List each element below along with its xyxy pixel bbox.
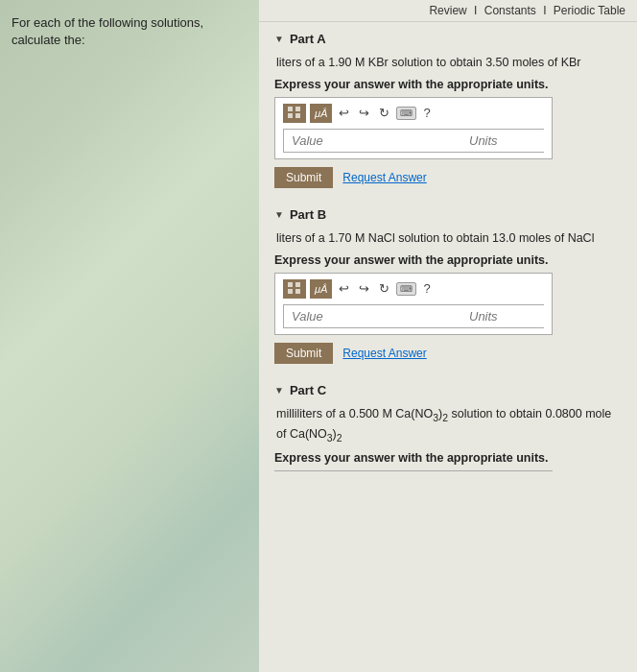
sep1: I [474,4,481,17]
part-b-arrow: ▼ [274,209,284,220]
part-a-button-row: Submit Request Answer [274,167,622,188]
part-b-request-answer-btn[interactable]: Request Answer [342,347,426,360]
part-a-description: liters of a 1.90 M KBr solution to obtai… [274,54,622,72]
review-link[interactable]: Review [429,4,466,17]
part-b-submit-btn[interactable]: Submit [274,343,333,364]
part-c-label: Part C [290,383,326,397]
part-b-toolbar: μÂ ↩ ↪ ↻ ⌨ ? [283,279,544,299]
instruction-text: For each of the following solutions, cal… [12,14,248,49]
part-a-submit-btn[interactable]: Submit [274,167,333,188]
part-a-header: ▼ Part A [274,32,622,46]
part-a-units-input[interactable] [461,130,548,152]
part-a-label: Part A [290,32,326,46]
part-c-express-label: Express your answer with the appropriate… [274,451,622,465]
part-a-help-btn[interactable]: ? [420,104,433,122]
top-bar: Review I Constants I Periodic Table [259,0,637,22]
part-a-keyboard-icon: ⌨ [396,107,416,120]
part-a-mu-btn[interactable]: μÂ [310,104,332,123]
content-area: ▼ Part A liters of a 1.90 M KBr solution… [259,22,637,500]
part-a-answer-box: μÂ ↩ ↪ ↻ ⌨ ? [274,97,553,159]
part-c-divider [274,470,553,471]
part-a-express-label: Express your answer with the appropriate… [274,78,622,91]
part-b-button-row: Submit Request Answer [274,343,622,364]
periodic-table-link[interactable]: Periodic Table [554,4,625,17]
part-a-section: ▼ Part A liters of a 1.90 M KBr solution… [274,32,622,188]
part-b-units-input[interactable] [461,305,548,327]
part-c-header: ▼ Part C [274,383,622,397]
constants-link[interactable]: Constants [484,4,536,17]
part-b-undo-btn[interactable]: ↩ [336,279,352,298]
part-b-express-label: Express your answer with the appropriate… [274,253,622,267]
part-c-description: milliliters of a 0.500 M Ca(NO3)2 soluti… [274,405,622,445]
part-b-keyboard-icon: ⌨ [396,282,416,296]
part-b-help-btn[interactable]: ? [420,279,433,298]
part-b-label: Part B [290,207,326,222]
part-c-section: ▼ Part C milliliters of a 0.500 M Ca(NO3… [274,383,622,471]
part-b-grid-btn[interactable] [283,279,306,299]
part-b-value-input[interactable] [284,305,461,327]
part-a-undo-btn[interactable]: ↩ [336,104,352,122]
part-b-section: ▼ Part B liters of a 1.70 M NaCl solutio… [274,207,622,364]
part-a-refresh-btn[interactable]: ↻ [376,104,392,122]
part-a-grid-btn[interactable] [283,104,306,123]
part-b-refresh-btn[interactable]: ↻ [376,279,392,298]
part-a-value-input[interactable] [284,130,461,152]
part-a-redo-btn[interactable]: ↪ [356,104,372,122]
part-b-mu-btn[interactable]: μÂ [310,279,332,299]
part-b-description: liters of a 1.70 M NaCl solution to obta… [274,229,622,248]
sep2: I [543,4,550,17]
part-a-input-row [283,129,544,153]
part-a-arrow: ▼ [274,34,284,44]
part-b-header: ▼ Part B [274,207,622,222]
part-b-input-row [283,304,544,328]
part-c-arrow: ▼ [274,385,284,396]
part-a-request-answer-btn[interactable]: Request Answer [342,171,426,184]
part-b-redo-btn[interactable]: ↪ [356,279,372,298]
part-b-answer-box: μÂ ↩ ↪ ↻ ⌨ ? [274,273,553,335]
left-panel: For each of the following solutions, cal… [0,0,259,672]
part-a-toolbar: μÂ ↩ ↪ ↻ ⌨ ? [283,104,544,123]
right-panel: Review I Constants I Periodic Table ▼ Pa… [259,0,637,672]
